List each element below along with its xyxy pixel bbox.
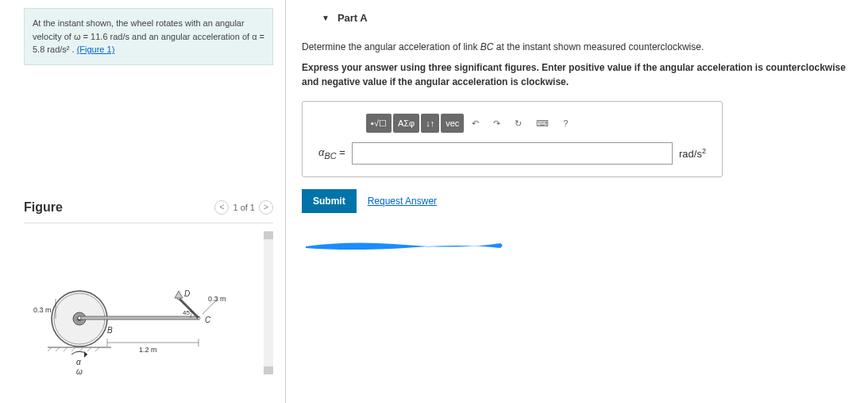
svg-point-14 xyxy=(78,316,81,320)
figure-counter: 1 of 1 xyxy=(233,203,255,212)
mechanism-diagram: 0.3 m B 1.2 m D xyxy=(32,263,238,382)
keyboard-button[interactable]: ⌨ xyxy=(530,114,555,133)
left-panel: At the instant shown, the wheel rotates … xyxy=(0,0,286,403)
figure-area: 0.3 m B 1.2 m D xyxy=(24,223,273,382)
math-symbols-button[interactable]: ΑΣφ xyxy=(393,114,419,133)
next-figure-button[interactable]: > xyxy=(259,200,273,215)
submit-row: Submit Request Answer xyxy=(302,189,852,213)
svg-line-10 xyxy=(87,347,91,351)
part-a-header[interactable]: ▼ Part A xyxy=(302,12,852,24)
svg-line-6 xyxy=(56,347,60,351)
svg-rect-13 xyxy=(79,316,199,320)
scroll-thumb-down[interactable] xyxy=(264,366,273,374)
scroll-thumb-up[interactable] xyxy=(264,231,273,239)
prev-figure-button[interactable]: < xyxy=(214,200,229,215)
figure-scrollbar[interactable] xyxy=(264,231,273,374)
svg-line-9 xyxy=(79,347,83,351)
instruction-line-2: Express your answer using three signific… xyxy=(302,60,852,89)
part-a-title: Part A xyxy=(338,12,368,24)
label-B: B xyxy=(107,326,113,335)
label-alpha: α xyxy=(76,358,81,366)
omega-value: ω = 11.6 rad/s xyxy=(74,32,129,41)
right-panel: ▼ Part A Determine the angular accelerat… xyxy=(286,0,868,403)
collapse-caret-icon: ▼ xyxy=(322,14,330,22)
svg-line-7 xyxy=(64,347,68,351)
svg-marker-22 xyxy=(84,351,87,358)
subscript-button[interactable]: ↓↑ xyxy=(421,114,439,133)
answer-box: ▪√☐ ΑΣφ ↓↑ vec ↶ ↷ ↻ ⌨ ? αBC = rad/s2 xyxy=(302,101,723,177)
label-r-cd: 0.3 m xyxy=(208,295,226,303)
label-r-wheel: 0.3 m xyxy=(33,306,52,314)
answer-input[interactable] xyxy=(352,142,673,165)
reset-button[interactable]: ↻ xyxy=(508,114,528,133)
problem-text3: . xyxy=(69,45,76,54)
label-angle: 45° xyxy=(183,309,192,316)
answer-input-row: αBC = rad/s2 xyxy=(318,142,706,165)
submit-button[interactable]: Submit xyxy=(302,189,357,213)
request-answer-link[interactable]: Request Answer xyxy=(368,196,437,207)
svg-line-5 xyxy=(48,347,52,351)
label-D: D xyxy=(184,289,190,298)
template-tool-button[interactable]: ▪√☐ xyxy=(366,114,392,133)
figure-nav: < 1 of 1 > xyxy=(214,200,273,215)
instruction-line-1: Determine the angular acceleration of li… xyxy=(302,40,852,54)
svg-line-11 xyxy=(95,347,99,351)
redo-button[interactable]: ↷ xyxy=(487,114,507,133)
label-omega: ω xyxy=(76,367,83,376)
help-button[interactable]: ? xyxy=(557,114,574,133)
figure-header: Figure < 1 of 1 > xyxy=(24,200,273,215)
figure-title: Figure xyxy=(24,200,63,215)
formula-toolbar: ▪√☐ ΑΣφ ↓↑ vec ↶ ↷ ↻ ⌨ ? xyxy=(366,114,706,133)
figure-link[interactable]: (Figure 1) xyxy=(77,45,115,54)
label-L-bc: 1.2 m xyxy=(139,346,157,354)
vector-button[interactable]: vec xyxy=(441,114,464,133)
undo-button[interactable]: ↶ xyxy=(465,114,485,133)
blue-annotation-mark xyxy=(302,237,508,253)
problem-text2: and an angular acceleration of xyxy=(129,32,252,41)
svg-line-8 xyxy=(71,347,75,351)
label-C: C xyxy=(205,316,211,324)
variable-label: αBC = xyxy=(318,146,345,161)
problem-statement: At the instant shown, the wheel rotates … xyxy=(24,8,273,65)
units-label: rad/s2 xyxy=(679,147,706,160)
